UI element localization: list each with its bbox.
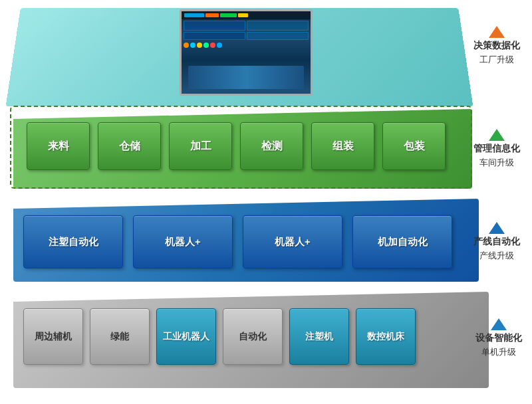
gray-card-0: 周边辅机 <box>23 308 83 365</box>
screen-bottom <box>182 60 311 94</box>
gray-card-1: 绿能 <box>90 308 150 365</box>
arrow-gray <box>491 318 507 330</box>
screen-block-1 <box>184 21 245 31</box>
label-green-main: 管理信息化 <box>473 143 520 155</box>
arrow-green <box>489 129 505 141</box>
bar4 <box>238 13 248 17</box>
label-green-sub: 车间升级 <box>479 157 514 169</box>
label-blue-main: 产线自动化 <box>473 236 520 248</box>
label-top: 决策数据化 工厂升级 <box>473 26 520 66</box>
label-green: 管理信息化 车间升级 <box>473 129 520 169</box>
bar1 <box>184 13 204 17</box>
main-container: 决策数据化 工厂升级 来料 仓储 加工 检测 组装 包装 管理信息化 车间升级 <box>0 0 532 404</box>
bar2 <box>205 13 219 17</box>
screen-header <box>182 11 311 19</box>
label-blue: 产线自动化 产线升级 <box>473 222 520 262</box>
green-card-4: 组装 <box>311 122 374 170</box>
label-gray-main: 设备智能化 <box>475 332 522 344</box>
screen-block-3 <box>184 32 245 40</box>
gray-card-2: 自动化 <box>223 308 283 365</box>
bar3 <box>220 13 237 17</box>
cyan-card-1: 注塑机 <box>289 308 349 365</box>
screen-inner <box>182 11 311 94</box>
layer-gray: 周边辅机 绿能 工业机器人 自动化 注塑机 数控机床 <box>13 292 505 395</box>
green-card-2: 加工 <box>169 122 232 170</box>
arrow-blue <box>489 222 505 234</box>
green-cards-container: 来料 仓储 加工 检测 组装 包装 <box>13 109 472 182</box>
blue-card-1: 机器人+ <box>133 215 233 268</box>
screen-floor <box>188 66 305 89</box>
cyan-card-0: 工业机器人 <box>156 308 216 365</box>
screen-content <box>182 19 311 41</box>
layer-green: 来料 仓储 加工 检测 组装 包装 <box>13 109 492 195</box>
label-blue-sub: 产线升级 <box>479 250 514 262</box>
cyan-card-2: 数控机床 <box>356 308 416 365</box>
blue-card-0: 注塑自动化 <box>23 215 123 268</box>
screen-block-4 <box>247 32 309 40</box>
screen-display <box>180 9 313 96</box>
green-card-5: 包装 <box>382 122 446 170</box>
green-card-1: 仓储 <box>98 122 161 170</box>
layer-blue: 注塑自动化 机器人+ 机器人+ 机加自动化 <box>13 199 499 288</box>
blue-cards-container: 注塑自动化 机器人+ 机器人+ 机加自动化 <box>23 209 452 268</box>
blue-card-3: 机加自动化 <box>352 215 452 268</box>
green-card-0: 来料 <box>27 122 90 170</box>
gray-cards-container: 周边辅机 绿能 工业机器人 自动化 注塑机 数控机床 <box>23 305 416 365</box>
layer-top <box>13 6 479 116</box>
arrow-top <box>489 26 505 38</box>
green-card-3: 检测 <box>240 122 303 170</box>
blue-card-2: 机器人+ <box>243 215 342 268</box>
diagram: 决策数据化 工厂升级 来料 仓储 加工 检测 组装 包装 管理信息化 车间升级 <box>7 6 525 398</box>
label-gray-sub: 单机升级 <box>481 346 516 358</box>
screen-dots <box>182 41 311 49</box>
label-top-main: 决策数据化 <box>473 40 520 52</box>
label-gray: 设备智能化 单机升级 <box>475 318 522 358</box>
screen-block-2 <box>247 21 309 31</box>
label-top-sub: 工厂升级 <box>479 54 514 66</box>
